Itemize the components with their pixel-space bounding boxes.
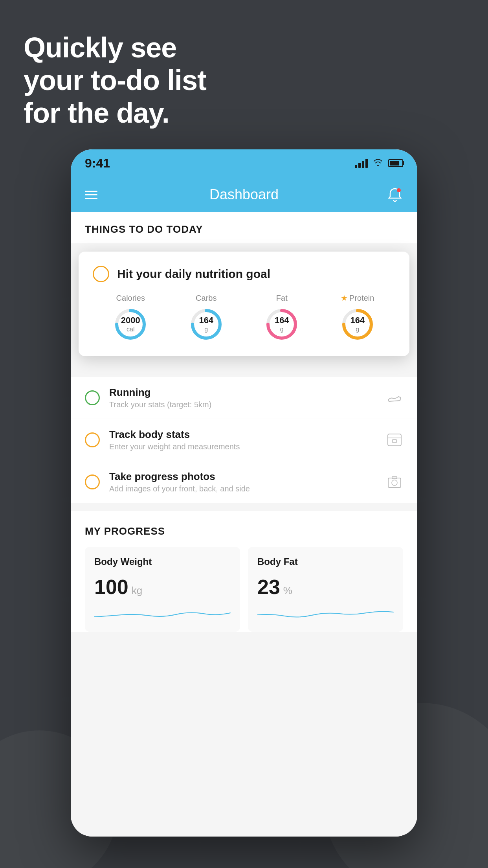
progress-card-weight-title: Body Weight	[94, 556, 231, 567]
signal-icon	[355, 158, 368, 168]
photo-icon	[386, 473, 403, 491]
hamburger-icon[interactable]	[85, 191, 97, 199]
wifi-icon	[372, 157, 383, 169]
ring-fat-label: Fat	[276, 294, 288, 303]
headline-line1: Quickly see	[24, 32, 176, 63]
progress-bodyfat-value-row: 23 %	[257, 575, 394, 599]
todo-text-body-stats: Track body stats Enter your weight and m…	[109, 428, 376, 451]
star-icon: ★	[341, 293, 348, 303]
headline: Quickly see your to-do list for the day.	[24, 31, 464, 129]
nutrition-rings: Calories 2000 cal Carbs	[93, 293, 395, 342]
nutrition-card-header: Hit your daily nutrition goal	[93, 266, 395, 282]
weight-sparkline	[94, 605, 231, 621]
shoe-icon	[386, 389, 403, 406]
svg-rect-12	[388, 478, 401, 487]
status-icons	[355, 157, 403, 169]
progress-card-bodyfat[interactable]: Body Fat 23 %	[248, 547, 403, 632]
progress-card-weight[interactable]: Body Weight 100 kg	[85, 547, 240, 632]
ring-fat: Fat 164 g	[264, 294, 299, 342]
headline-line3: for the day.	[24, 97, 169, 129]
todo-sub-photos: Add images of your front, back, and side	[109, 484, 376, 493]
todo-text-running: Running Track your stats (target: 5km)	[109, 386, 376, 409]
todo-list: Running Track your stats (target: 5km) T…	[71, 377, 417, 503]
ring-carbs-chart: 164 g	[189, 307, 224, 342]
progress-section: MY PROGRESS Body Weight 100 kg Body Fat	[71, 511, 417, 632]
todo-main-body-stats: Track body stats	[109, 428, 376, 441]
todo-item-running[interactable]: Running Track your stats (target: 5km)	[71, 377, 417, 419]
progress-section-title: MY PROGRESS	[85, 525, 403, 537]
progress-weight-value-row: 100 kg	[94, 575, 231, 599]
todo-sub-running: Track your stats (target: 5km)	[109, 400, 376, 409]
progress-weight-value: 100	[94, 575, 128, 599]
todo-item-photos[interactable]: Take progress photos Add images of your …	[71, 461, 417, 503]
ring-protein-label: Protein	[349, 294, 374, 303]
nutrition-checkbox[interactable]	[93, 266, 109, 282]
progress-bodyfat-unit: %	[283, 585, 292, 597]
todo-sub-body-stats: Enter your weight and measurements	[109, 442, 376, 451]
todo-section-title: THINGS TO DO TODAY	[85, 223, 403, 235]
progress-cards: Body Weight 100 kg Body Fat 23 %	[85, 547, 403, 632]
nutrition-card[interactable]: Hit your daily nutrition goal Calories 2…	[79, 252, 409, 356]
battery-icon	[388, 159, 403, 167]
progress-card-bodyfat-title: Body Fat	[257, 556, 394, 567]
todo-main-photos: Take progress photos	[109, 471, 376, 483]
todo-item-body-stats[interactable]: Track body stats Enter your weight and m…	[71, 419, 417, 461]
svg-rect-9	[388, 434, 401, 446]
ring-protein: ★ Protein 164 g	[340, 293, 375, 342]
progress-bodyfat-value: 23	[257, 575, 280, 599]
section-header: THINGS TO DO TODAY	[71, 212, 417, 243]
phone-content: THINGS TO DO TODAY Hit your daily nutrit…	[71, 212, 417, 837]
todo-check-running[interactable]	[85, 390, 100, 405]
todo-main-running: Running	[109, 386, 376, 399]
svg-point-13	[392, 480, 397, 485]
ring-fat-chart: 164 g	[264, 307, 299, 342]
ring-calories-chart: 2000 cal	[113, 307, 148, 342]
svg-rect-11	[393, 440, 396, 443]
ring-calories-label: Calories	[116, 294, 145, 303]
svg-point-0	[397, 188, 401, 192]
header-title: Dashboard	[209, 186, 279, 203]
ring-carbs: Carbs 164 g	[189, 294, 224, 342]
app-header: Dashboard	[71, 177, 417, 212]
headline-line2: your to-do list	[24, 64, 206, 96]
protein-label-row: ★ Protein	[341, 293, 374, 303]
status-time: 9:41	[85, 156, 110, 171]
scale-icon	[386, 431, 403, 449]
todo-check-body-stats[interactable]	[85, 432, 100, 447]
phone-mockup: 9:41	[71, 149, 417, 837]
todo-check-photos[interactable]	[85, 474, 100, 489]
ring-protein-chart: 164 g	[340, 307, 375, 342]
bell-icon[interactable]	[387, 186, 403, 203]
ring-calories: Calories 2000 cal	[113, 294, 148, 342]
nutrition-card-title: Hit your daily nutrition goal	[117, 267, 270, 281]
ring-carbs-label: Carbs	[196, 294, 216, 303]
status-bar: 9:41	[71, 149, 417, 177]
todo-text-photos: Take progress photos Add images of your …	[109, 471, 376, 493]
bodyfat-sparkline	[257, 605, 394, 621]
progress-weight-unit: kg	[132, 585, 142, 597]
